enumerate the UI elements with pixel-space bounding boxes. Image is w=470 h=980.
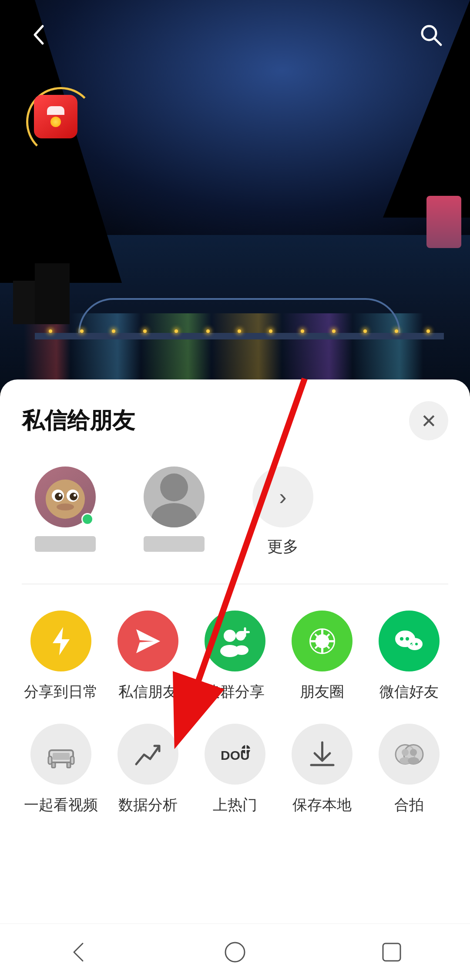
- group-share-label: 建群分享: [205, 682, 265, 702]
- friend-name-2: [144, 536, 205, 552]
- svg-rect-60: [383, 943, 400, 961]
- action-collab[interactable]: 合拍: [370, 724, 448, 815]
- action-moments[interactable]: 朋友圈: [283, 611, 361, 702]
- svg-point-59: [225, 943, 245, 962]
- svg-marker-14: [53, 627, 70, 655]
- action-share-daily[interactable]: 分享到日常: [22, 611, 100, 702]
- svg-point-10: [74, 494, 76, 497]
- trending-icon: DOU: [205, 724, 265, 785]
- friend-avatar-1: [35, 467, 96, 527]
- nav-home-button[interactable]: [218, 935, 252, 970]
- moments-label: 朋友圈: [300, 682, 344, 702]
- trending-label: 上热门: [213, 795, 257, 815]
- friend-item-1[interactable]: [22, 467, 109, 552]
- group-share-icon: [205, 611, 265, 671]
- friend-avatar-2: [144, 467, 205, 527]
- wechat-icon: [379, 611, 440, 671]
- svg-point-11: [57, 503, 74, 510]
- dm-friend-label: 私信朋友: [118, 682, 178, 702]
- svg-point-56: [408, 757, 419, 764]
- svg-point-12: [160, 473, 188, 501]
- svg-point-34: [406, 637, 409, 641]
- share-bottom-sheet: 私信给朋友 ✕: [0, 379, 470, 980]
- friend-item-more[interactable]: › 更多: [239, 467, 326, 557]
- nav-back-button[interactable]: [61, 935, 96, 970]
- save-local-icon: [292, 724, 352, 785]
- svg-point-9: [59, 494, 61, 497]
- action-group-share[interactable]: 建群分享: [196, 611, 274, 702]
- back-button[interactable]: [22, 17, 57, 52]
- sheet-title: 私信给朋友: [22, 406, 135, 436]
- svg-rect-40: [53, 753, 70, 760]
- analytics-label: 数据分析: [118, 795, 178, 815]
- svg-point-7: [55, 493, 63, 500]
- more-circle: ›: [252, 467, 313, 527]
- svg-marker-15: [136, 629, 160, 653]
- video-background: [0, 0, 470, 392]
- svg-line-1: [434, 38, 441, 45]
- wechat-label: 微信好友: [379, 682, 439, 702]
- collab-label: 合拍: [394, 795, 424, 815]
- collab-icon: [379, 724, 440, 785]
- watch-video-icon: [30, 724, 91, 785]
- online-indicator: [81, 513, 94, 525]
- svg-point-4: [46, 480, 85, 519]
- action-grid: 分享到日常 私信朋友 建群分享: [22, 611, 448, 815]
- svg-point-13: [151, 503, 197, 527]
- save-local-label: 保存本地: [292, 795, 352, 815]
- svg-point-19: [235, 645, 248, 655]
- analytics-icon: [118, 724, 178, 785]
- action-save-local[interactable]: 保存本地: [283, 724, 361, 815]
- search-button[interactable]: [413, 17, 448, 52]
- moments-icon: [292, 611, 352, 671]
- watch-video-label: 一起看视频: [24, 795, 98, 815]
- nav-recent-button[interactable]: [374, 935, 409, 970]
- action-wechat[interactable]: 微信好友: [370, 611, 448, 702]
- friend-item-2[interactable]: [131, 467, 218, 552]
- close-button[interactable]: ✕: [409, 401, 448, 440]
- gray-avatar-img: [144, 467, 205, 527]
- sheet-header: 私信给朋友 ✕: [22, 401, 448, 440]
- svg-point-16: [224, 630, 236, 642]
- action-watch-video[interactable]: 一起看视频: [22, 724, 100, 815]
- action-trending[interactable]: DOU 上热门: [196, 724, 274, 815]
- svg-point-33: [400, 637, 403, 641]
- right-thumbnail: [426, 196, 461, 248]
- svg-rect-43: [52, 762, 55, 768]
- red-packet-icon[interactable]: [26, 87, 96, 157]
- svg-point-55: [410, 749, 417, 756]
- friend-name-1: [35, 536, 96, 552]
- action-analytics[interactable]: 数据分析: [109, 724, 187, 815]
- svg-point-37: [415, 643, 418, 645]
- svg-rect-44: [67, 762, 70, 768]
- action-dm-friend[interactable]: 私信朋友: [109, 611, 187, 702]
- svg-point-53: [402, 749, 409, 756]
- more-label: 更多: [267, 536, 299, 557]
- friends-row: › 更多: [22, 467, 448, 557]
- dm-friend-icon: [118, 611, 178, 671]
- svg-point-8: [70, 493, 77, 500]
- section-divider: [22, 584, 448, 584]
- top-navigation: [0, 0, 470, 52]
- share-daily-icon: [30, 611, 91, 671]
- share-daily-label: 分享到日常: [24, 682, 98, 702]
- bottom-navigation: [0, 923, 470, 980]
